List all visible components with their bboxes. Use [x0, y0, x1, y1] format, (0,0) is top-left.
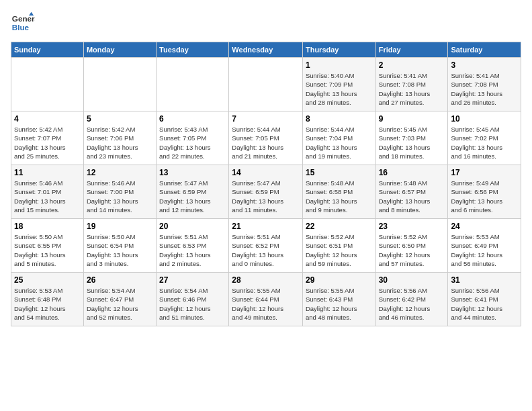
day-info: Sunrise: 5:51 AM Sunset: 6:52 PM Dayligh…: [232, 232, 300, 268]
day-number: 12: [87, 168, 153, 177]
day-info: Sunrise: 5:47 AM Sunset: 6:59 PM Dayligh…: [232, 179, 300, 214]
calendar-cell: 23Sunrise: 5:52 AM Sunset: 6:50 PM Dayli…: [375, 219, 448, 273]
calendar-cell: 14Sunrise: 5:47 AM Sunset: 6:59 PM Dayli…: [229, 165, 303, 219]
day-number: 8: [306, 114, 373, 124]
day-info: Sunrise: 5:41 AM Sunset: 7:08 PM Dayligh…: [451, 71, 518, 107]
calendar-cell: 18Sunrise: 5:50 AM Sunset: 6:55 PM Dayli…: [11, 219, 84, 273]
calendar-week-1: 1Sunrise: 5:40 AM Sunset: 7:09 PM Daylig…: [11, 58, 521, 111]
page-header: General Blue: [11, 11, 521, 35]
calendar-cell: 19Sunrise: 5:50 AM Sunset: 6:54 PM Dayli…: [83, 219, 156, 273]
day-info: Sunrise: 5:49 AM Sunset: 6:56 PM Dayligh…: [451, 179, 518, 214]
logo-icon: General Blue: [11, 11, 35, 35]
weekday-header-tuesday: Tuesday: [157, 42, 229, 58]
calendar-cell: 2Sunrise: 5:41 AM Sunset: 7:08 PM Daylig…: [375, 58, 448, 111]
calendar-cell: 10Sunrise: 5:45 AM Sunset: 7:02 PM Dayli…: [448, 111, 521, 165]
calendar-cell: 9Sunrise: 5:45 AM Sunset: 7:03 PM Daylig…: [375, 111, 448, 165]
day-info: Sunrise: 5:46 AM Sunset: 7:01 PM Dayligh…: [14, 179, 81, 214]
weekday-header-sunday: Sunday: [11, 42, 84, 58]
calendar-cell: [11, 58, 84, 111]
day-number: 7: [232, 114, 300, 124]
weekday-header-thursday: Thursday: [302, 42, 375, 58]
day-info: Sunrise: 5:47 AM Sunset: 6:59 PM Dayligh…: [159, 179, 226, 214]
day-info: Sunrise: 5:44 AM Sunset: 7:05 PM Dayligh…: [232, 125, 300, 161]
day-info: Sunrise: 5:46 AM Sunset: 7:00 PM Dayligh…: [87, 179, 153, 214]
day-info: Sunrise: 5:43 AM Sunset: 7:05 PM Dayligh…: [159, 125, 226, 161]
day-info: Sunrise: 5:41 AM Sunset: 7:08 PM Dayligh…: [379, 71, 445, 107]
calendar-cell: 12Sunrise: 5:46 AM Sunset: 7:00 PM Dayli…: [83, 165, 156, 219]
day-number: 2: [379, 60, 445, 70]
day-info: Sunrise: 5:55 AM Sunset: 6:44 PM Dayligh…: [232, 286, 300, 322]
day-number: 19: [87, 222, 153, 231]
day-info: Sunrise: 5:50 AM Sunset: 6:55 PM Dayligh…: [14, 232, 81, 268]
weekday-header-wednesday: Wednesday: [229, 42, 303, 58]
day-info: Sunrise: 5:40 AM Sunset: 7:09 PM Dayligh…: [306, 71, 373, 107]
calendar-cell: 26Sunrise: 5:54 AM Sunset: 6:47 PM Dayli…: [83, 273, 156, 326]
day-number: 24: [451, 222, 518, 231]
calendar-cell: 8Sunrise: 5:44 AM Sunset: 7:04 PM Daylig…: [302, 111, 375, 165]
day-number: 21: [232, 222, 300, 231]
calendar-cell: [83, 58, 156, 111]
day-number: 10: [451, 114, 518, 124]
day-number: 27: [159, 275, 226, 285]
day-info: Sunrise: 5:45 AM Sunset: 7:02 PM Dayligh…: [451, 125, 518, 161]
day-info: Sunrise: 5:54 AM Sunset: 6:46 PM Dayligh…: [159, 286, 226, 322]
day-info: Sunrise: 5:48 AM Sunset: 6:57 PM Dayligh…: [379, 179, 445, 214]
day-info: Sunrise: 5:44 AM Sunset: 7:04 PM Dayligh…: [306, 125, 373, 161]
day-number: 30: [379, 275, 445, 285]
day-number: 15: [306, 168, 373, 177]
calendar-week-3: 11Sunrise: 5:46 AM Sunset: 7:01 PM Dayli…: [11, 165, 521, 219]
day-number: 13: [159, 168, 226, 177]
day-info: Sunrise: 5:56 AM Sunset: 6:41 PM Dayligh…: [451, 286, 518, 322]
calendar-cell: 17Sunrise: 5:49 AM Sunset: 6:56 PM Dayli…: [448, 165, 521, 219]
day-info: Sunrise: 5:50 AM Sunset: 6:54 PM Dayligh…: [87, 232, 153, 268]
calendar-cell: 5Sunrise: 5:42 AM Sunset: 7:06 PM Daylig…: [83, 111, 156, 165]
day-number: 20: [159, 222, 226, 231]
calendar-cell: 29Sunrise: 5:55 AM Sunset: 6:43 PM Dayli…: [302, 273, 375, 326]
day-number: 14: [232, 168, 300, 177]
calendar-week-5: 25Sunrise: 5:53 AM Sunset: 6:48 PM Dayli…: [11, 273, 521, 326]
day-info: Sunrise: 5:48 AM Sunset: 6:58 PM Dayligh…: [306, 179, 373, 214]
calendar-cell: 15Sunrise: 5:48 AM Sunset: 6:58 PM Dayli…: [302, 165, 375, 219]
calendar-week-2: 4Sunrise: 5:42 AM Sunset: 7:07 PM Daylig…: [11, 111, 521, 165]
calendar-cell: 22Sunrise: 5:52 AM Sunset: 6:51 PM Dayli…: [302, 219, 375, 273]
calendar-cell: 25Sunrise: 5:53 AM Sunset: 6:48 PM Dayli…: [11, 273, 84, 326]
day-number: 18: [14, 222, 81, 231]
day-number: 31: [451, 275, 518, 285]
day-info: Sunrise: 5:45 AM Sunset: 7:03 PM Dayligh…: [379, 125, 445, 161]
weekday-header-friday: Friday: [375, 42, 448, 58]
day-number: 6: [159, 114, 226, 124]
day-info: Sunrise: 5:55 AM Sunset: 6:43 PM Dayligh…: [306, 286, 373, 322]
day-number: 3: [451, 60, 518, 70]
day-info: Sunrise: 5:53 AM Sunset: 6:48 PM Dayligh…: [14, 286, 81, 322]
day-number: 11: [14, 168, 81, 177]
calendar-cell: 24Sunrise: 5:53 AM Sunset: 6:49 PM Dayli…: [448, 219, 521, 273]
calendar-cell: [229, 58, 303, 111]
day-number: 29: [306, 275, 373, 285]
calendar-cell: [157, 58, 229, 111]
day-number: 17: [451, 168, 518, 177]
calendar-cell: 27Sunrise: 5:54 AM Sunset: 6:46 PM Dayli…: [157, 273, 229, 326]
day-number: 25: [14, 275, 81, 285]
day-info: Sunrise: 5:54 AM Sunset: 6:47 PM Dayligh…: [87, 286, 153, 322]
calendar-cell: 1Sunrise: 5:40 AM Sunset: 7:09 PM Daylig…: [302, 58, 375, 111]
logo: General Blue: [11, 11, 35, 35]
calendar-cell: 28Sunrise: 5:55 AM Sunset: 6:44 PM Dayli…: [229, 273, 303, 326]
day-number: 16: [379, 168, 445, 177]
calendar-cell: 3Sunrise: 5:41 AM Sunset: 7:08 PM Daylig…: [448, 58, 521, 111]
calendar-cell: 6Sunrise: 5:43 AM Sunset: 7:05 PM Daylig…: [157, 111, 229, 165]
calendar-cell: 7Sunrise: 5:44 AM Sunset: 7:05 PM Daylig…: [229, 111, 303, 165]
svg-text:Blue: Blue: [12, 23, 30, 32]
day-info: Sunrise: 5:52 AM Sunset: 6:50 PM Dayligh…: [379, 232, 445, 268]
weekday-header-saturday: Saturday: [448, 42, 521, 58]
weekday-header-monday: Monday: [83, 42, 156, 58]
day-number: 1: [306, 60, 373, 70]
day-number: 5: [87, 114, 153, 124]
day-info: Sunrise: 5:42 AM Sunset: 7:07 PM Dayligh…: [14, 125, 81, 161]
calendar-cell: 13Sunrise: 5:47 AM Sunset: 6:59 PM Dayli…: [157, 165, 229, 219]
day-info: Sunrise: 5:42 AM Sunset: 7:06 PM Dayligh…: [87, 125, 153, 161]
calendar-cell: 4Sunrise: 5:42 AM Sunset: 7:07 PM Daylig…: [11, 111, 84, 165]
calendar-cell: 31Sunrise: 5:56 AM Sunset: 6:41 PM Dayli…: [448, 273, 521, 326]
day-number: 4: [14, 114, 81, 124]
day-number: 28: [232, 275, 300, 285]
day-number: 23: [379, 222, 445, 231]
